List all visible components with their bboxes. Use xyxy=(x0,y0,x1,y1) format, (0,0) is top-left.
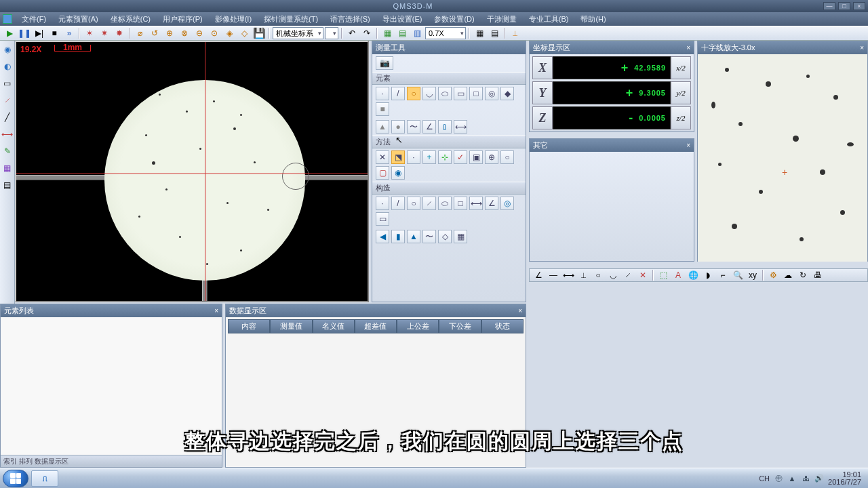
con-ring-icon[interactable]: ◎ xyxy=(500,197,514,210)
method-box-icon[interactable]: ▣ xyxy=(469,150,483,164)
con-angle-icon[interactable]: ∠ xyxy=(485,197,498,210)
clock[interactable]: 19:012016/7/27 xyxy=(828,471,861,486)
con-arc-icon[interactable]: ⟋ xyxy=(422,197,436,210)
tool-cs6[interactable]: ⊙ xyxy=(208,27,221,39)
gt-arc-icon[interactable]: ◡ xyxy=(606,269,620,281)
grid-button[interactable]: ▦ xyxy=(473,27,486,39)
menu-pro-tools[interactable]: 专业工具(B) xyxy=(524,13,574,26)
elem-block-icon[interactable]: ■ xyxy=(376,102,389,116)
gt-axis-icon[interactable]: ⌐ xyxy=(716,269,730,281)
tool-axis1[interactable]: ✶ xyxy=(83,27,96,39)
undo-button[interactable]: ↶ xyxy=(345,27,359,39)
con-cyl-icon[interactable]: ▮ xyxy=(391,230,405,243)
method-check-icon[interactable]: ✓ xyxy=(454,150,467,164)
lt-rect-icon[interactable]: ▭ xyxy=(1,76,14,91)
menu-image-proc[interactable]: 影像处理(I) xyxy=(210,13,257,26)
con-dist-icon[interactable]: ⟷ xyxy=(469,197,483,210)
close-button[interactable]: × xyxy=(853,2,865,10)
x-half-button[interactable]: x/2 xyxy=(671,56,691,79)
method-circle-icon[interactable]: ○ xyxy=(500,150,514,164)
con-calc-icon[interactable]: ▦ xyxy=(454,230,467,243)
method-dot-icon[interactable]: ◉ xyxy=(391,166,405,180)
zoom-panel-close[interactable]: × xyxy=(860,44,864,52)
method-edge-icon[interactable]: ⬔ xyxy=(391,150,405,164)
tool-cs7[interactable]: ◈ xyxy=(222,27,236,39)
axis-button[interactable]: ⟂ xyxy=(508,27,521,39)
col-dev[interactable]: 超差值 xyxy=(355,319,397,333)
gt-global-icon[interactable]: 🌐 xyxy=(686,269,700,281)
coord-sys-combo2[interactable] xyxy=(325,27,338,39)
col-ltol[interactable]: 下公差 xyxy=(439,319,481,333)
menu-help[interactable]: 帮助(H) xyxy=(575,13,611,26)
elem-ellipse-icon[interactable]: ⬭ xyxy=(438,87,452,100)
tray-flag-icon[interactable]: ▲ xyxy=(787,474,797,483)
con-cone-icon[interactable]: ▲ xyxy=(407,230,420,243)
gt-circle-icon[interactable]: ○ xyxy=(591,269,605,281)
menu-probe[interactable]: 探针测量系统(T) xyxy=(258,13,323,26)
export2-button[interactable]: ▥ xyxy=(410,27,424,39)
con-curve-icon[interactable]: 〜 xyxy=(422,230,436,243)
elem-slot-icon[interactable]: ▭ xyxy=(454,87,467,100)
gt-dist-icon[interactable]: ⟷ xyxy=(561,269,575,281)
tool-cs4[interactable]: ⊗ xyxy=(178,27,191,39)
minimize-button[interactable]: — xyxy=(823,2,835,10)
z-half-button[interactable]: z/2 xyxy=(671,106,691,129)
elem-point-icon[interactable]: · xyxy=(376,87,389,100)
start-button[interactable] xyxy=(3,470,28,487)
elem-angle-icon[interactable]: ∠ xyxy=(422,120,436,134)
method-center-icon[interactable]: ⊹ xyxy=(438,150,452,164)
elem-circle-icon[interactable]: ○ xyxy=(407,87,420,100)
col-content[interactable]: 内容 xyxy=(228,319,270,333)
method-target-icon[interactable]: ⊕ xyxy=(485,150,498,164)
video-view[interactable]: 19.2X 1mm xyxy=(15,41,369,302)
elem-cone-icon[interactable]: ▲ xyxy=(376,120,389,134)
menu-coord-sys[interactable]: 坐标系统(C) xyxy=(105,13,156,26)
redo-button[interactable]: ↷ xyxy=(360,27,374,39)
y-half-button[interactable]: y/2 xyxy=(671,81,691,104)
excel-button[interactable]: ▦ xyxy=(380,27,394,39)
gt-gear-icon[interactable]: ⚙ xyxy=(766,269,780,281)
lt-table-icon[interactable]: ▤ xyxy=(1,178,14,192)
con-point-icon[interactable]: · xyxy=(376,197,389,210)
gt-angle-icon[interactable]: ∠ xyxy=(532,269,545,281)
con-ellipse-icon[interactable]: ⬭ xyxy=(438,197,452,210)
tool-cs5[interactable]: ⊖ xyxy=(193,27,206,39)
method-pt-icon[interactable]: · xyxy=(407,150,420,164)
export1-button[interactable]: ▤ xyxy=(395,27,409,39)
menu-elem-preset[interactable]: 元素预置(A) xyxy=(53,13,104,26)
gt-line-icon[interactable]: — xyxy=(547,269,560,281)
tool-cs2[interactable]: ↺ xyxy=(148,27,161,39)
tray-vol-icon[interactable]: 🔊 xyxy=(814,474,824,483)
col-measured[interactable]: 测量值 xyxy=(270,319,312,333)
gt-text-icon[interactable]: A xyxy=(671,269,685,281)
lt-display-icon[interactable]: ◐ xyxy=(1,59,14,74)
tool-cs1[interactable]: ⌀ xyxy=(133,27,146,39)
data-disp-close[interactable]: × xyxy=(518,307,522,314)
menu-params[interactable]: 参数设置(D) xyxy=(429,13,479,26)
elem-arc-icon[interactable]: ◡ xyxy=(422,87,436,100)
coord-sys-combo[interactable]: 机械坐标系 xyxy=(273,27,323,39)
col-nominal[interactable]: 名义值 xyxy=(313,319,355,333)
method-rec-icon[interactable]: ▢ xyxy=(376,166,389,180)
tray-net-icon[interactable]: 🖧 xyxy=(801,474,810,483)
step-fwd-button[interactable]: ▶| xyxy=(33,27,46,39)
elem-list-close[interactable]: × xyxy=(214,307,218,314)
con-poly-icon[interactable]: ◇ xyxy=(438,230,452,243)
save-button[interactable]: 💾 xyxy=(252,27,266,39)
lt-camera-icon[interactable]: ◉ xyxy=(1,42,14,57)
stop-button[interactable]: ■ xyxy=(47,27,61,39)
con-line-icon[interactable]: / xyxy=(391,197,405,210)
lt-ruler-icon[interactable]: ⟷ xyxy=(1,127,14,142)
ime-indicator[interactable]: CH xyxy=(759,474,770,483)
gt-x-icon[interactable]: ✕ xyxy=(636,269,650,281)
elem-width-icon[interactable]: ⫿ xyxy=(438,120,452,134)
gt-perp-icon[interactable]: ⟂ xyxy=(576,269,590,281)
zoom-combo[interactable]: 0.7X xyxy=(425,27,466,39)
con-slot-icon[interactable]: ▭ xyxy=(376,212,389,226)
gt-refresh-icon[interactable]: ↻ xyxy=(796,269,810,281)
coord-panel-close[interactable]: × xyxy=(686,44,690,52)
camera-mode-button[interactable]: 📷 xyxy=(376,56,393,70)
gt-print-icon[interactable]: 🖶 xyxy=(811,269,825,281)
col-utol[interactable]: 上公差 xyxy=(397,319,439,333)
play-button[interactable]: ▶ xyxy=(3,27,16,39)
